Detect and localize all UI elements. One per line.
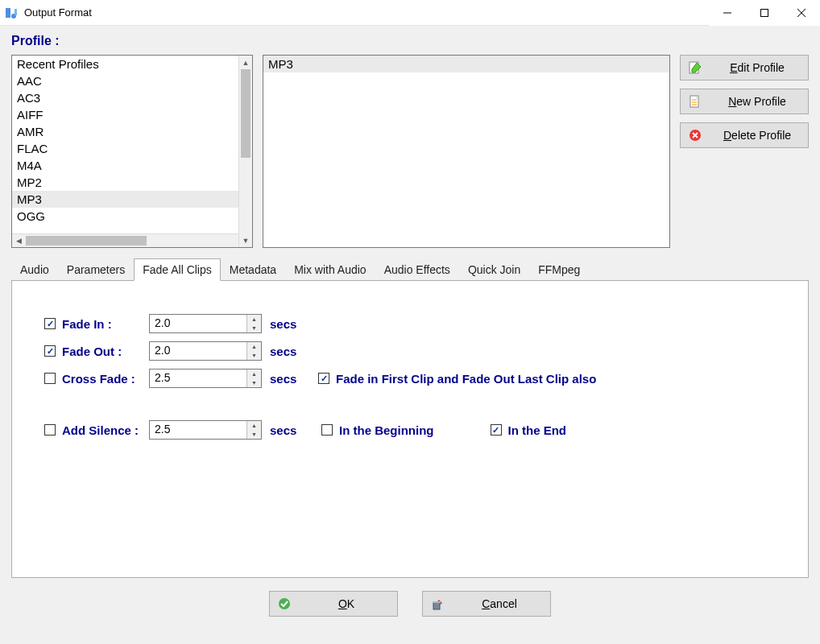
tab-audio-effects[interactable]: Audio Effects (375, 258, 459, 281)
scroll-left-icon[interactable]: ◀ (12, 234, 26, 247)
minimize-button[interactable] (709, 0, 746, 26)
fade-in-checkbox[interactable]: ✓ (44, 318, 56, 329)
category-item[interactable]: OGG (12, 208, 252, 225)
spinner-up-icon[interactable]: ▲ (247, 421, 261, 430)
ok-label: OK (304, 597, 389, 610)
add-silence-unit: secs (270, 423, 310, 437)
silence-end-label: In the End (508, 423, 567, 437)
tab-audio[interactable]: Audio (11, 258, 58, 281)
svg-point-15 (279, 598, 290, 609)
fade-first-last-label: Fade in First Clip and Fade Out Last Cli… (336, 372, 596, 386)
tab-fade-all-clips[interactable]: Fade All Clips (134, 258, 221, 281)
fade-all-clips-panel: ✓ Fade In : 2.0 ▲▼ secs ✓ Fade Out : 2.0… (11, 280, 809, 578)
ok-icon (278, 597, 291, 610)
cancel-icon (431, 597, 444, 610)
category-item[interactable]: AC3 (12, 89, 252, 106)
window-title: Output Format (24, 6, 709, 19)
spinner-down-icon[interactable]: ▼ (247, 378, 261, 387)
fade-out-checkbox[interactable]: ✓ (44, 345, 56, 357)
silence-beginning-label: In the Beginning (339, 423, 434, 437)
ok-button[interactable]: OK (269, 591, 398, 617)
title-bar: Output Format (0, 0, 820, 26)
new-profile-label: New Profile (714, 95, 800, 108)
delete-profile-label: Delete Profile (714, 129, 800, 142)
new-file-icon (689, 95, 702, 108)
tab-parameters[interactable]: Parameters (58, 258, 134, 281)
fade-out-unit: secs (270, 345, 310, 358)
cancel-button[interactable]: Cancel (422, 591, 551, 617)
tab-quick-join[interactable]: Quick Join (459, 258, 529, 281)
category-item[interactable]: MP2 (12, 174, 252, 191)
cross-fade-unit: secs (270, 372, 310, 386)
spinner-up-icon[interactable]: ▲ (247, 342, 261, 351)
category-item[interactable]: Recent Profiles (12, 56, 252, 72)
tab-mix-with-audio[interactable]: Mix with Audio (285, 258, 375, 281)
svg-rect-0 (6, 8, 10, 18)
cancel-label: Cancel (457, 597, 542, 610)
category-item[interactable]: MP3 (12, 191, 252, 208)
profile-detail-item[interactable]: MP3 (263, 56, 669, 72)
fade-in-label: Fade In : (62, 317, 112, 331)
svg-rect-16 (433, 602, 440, 609)
tab-metadata[interactable]: Metadata (221, 258, 285, 281)
spinner-down-icon[interactable]: ▼ (247, 324, 261, 332)
svg-rect-17 (433, 601, 441, 603)
close-button[interactable] (783, 0, 820, 26)
app-icon (5, 6, 18, 19)
delete-icon (689, 129, 702, 142)
fade-in-unit: secs (270, 317, 310, 331)
fade-out-label: Fade Out : (62, 345, 122, 358)
add-silence-label: Add Silence : (62, 423, 139, 437)
svg-rect-4 (761, 9, 768, 16)
spinner-up-icon[interactable]: ▲ (247, 369, 261, 378)
settings-tabs: AudioParametersFade All ClipsMetadataMix… (11, 258, 809, 280)
category-vertical-scrollbar[interactable]: ▲ ▼ (238, 56, 252, 247)
scroll-thumb[interactable] (26, 236, 147, 246)
fade-out-value[interactable]: 2.0 ▲▼ (149, 341, 262, 361)
category-item[interactable]: FLAC (12, 140, 252, 157)
profile-category-list[interactable]: Recent ProfilesAACAC3AIFFAMRFLACM4AMP2MP… (11, 55, 253, 248)
spinner-down-icon[interactable]: ▼ (247, 351, 261, 360)
edit-icon (689, 61, 702, 74)
fade-in-value[interactable]: 2.0 ▲▼ (149, 314, 262, 333)
category-item[interactable]: AMR (12, 123, 252, 140)
tab-ffmpeg[interactable]: FFMpeg (529, 258, 589, 281)
new-profile-button[interactable]: New Profile (680, 89, 809, 114)
spinner-up-icon[interactable]: ▲ (247, 315, 261, 324)
cross-fade-label: Cross Fade : (62, 372, 135, 386)
spinner-down-icon[interactable]: ▼ (247, 430, 261, 439)
svg-rect-2 (14, 9, 17, 15)
edit-profile-button[interactable]: Edit Profile (680, 55, 809, 80)
category-horizontal-scrollbar[interactable]: ◀ ▶ (12, 233, 252, 247)
maximize-button[interactable] (746, 0, 783, 26)
profile-section-label: Profile : (0, 26, 820, 52)
fade-first-last-checkbox[interactable]: ✓ (318, 373, 329, 384)
scroll-thumb[interactable] (241, 69, 251, 158)
silence-beginning-checkbox[interactable] (321, 424, 333, 436)
edit-profile-label: Edit Profile (714, 61, 800, 74)
category-item[interactable]: AIFF (12, 106, 252, 123)
delete-profile-button[interactable]: Delete Profile (680, 122, 809, 148)
scroll-up-icon[interactable]: ▲ (239, 56, 252, 69)
category-item[interactable]: M4A (12, 157, 252, 174)
category-item[interactable]: AAC (12, 72, 252, 89)
scroll-down-icon[interactable]: ▼ (239, 233, 252, 247)
profile-detail-list[interactable]: MP3 (263, 55, 670, 248)
cross-fade-checkbox[interactable] (44, 373, 56, 384)
add-silence-value[interactable]: 2.5 ▲▼ (149, 420, 262, 440)
cross-fade-value[interactable]: 2.5 ▲▼ (149, 369, 262, 388)
add-silence-checkbox[interactable] (44, 424, 56, 436)
silence-end-checkbox[interactable]: ✓ (491, 424, 502, 436)
